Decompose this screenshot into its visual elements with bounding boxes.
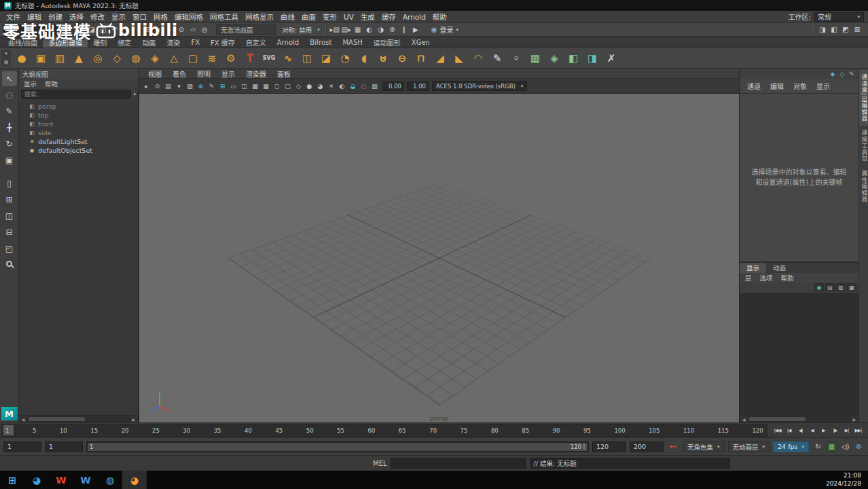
poly-cylinder-icon[interactable]: ▥ <box>51 50 69 67</box>
layer-visibility-icon[interactable]: ◉ <box>814 283 824 291</box>
rotate-tool-icon[interactable]: ↻ <box>2 137 17 151</box>
go-to-end-button[interactable]: ▶▶| <box>853 425 864 436</box>
shelf-tab[interactable]: FX 缓存 <box>205 37 240 48</box>
extrude-icon[interactable]: ◢ <box>431 50 449 67</box>
gamma-field[interactable]: 1.00 <box>407 82 429 91</box>
scroll-right-icon[interactable]: ▶ <box>130 417 138 422</box>
poly-plane-icon[interactable]: ◇ <box>108 50 126 67</box>
snap-to-grid-icon[interactable]: ⊞ <box>141 24 152 35</box>
menu-item[interactable]: 编辑 <box>24 11 45 23</box>
menu-item[interactable]: UV <box>340 11 357 23</box>
poly-helix-icon[interactable]: ≋ <box>203 50 221 67</box>
outliner-item[interactable]: ◧ persp <box>19 102 138 111</box>
symmetry-icon[interactable]: ◨ <box>583 50 601 67</box>
loop-icon[interactable]: ↻ <box>812 441 824 452</box>
anim-layer-dropdown[interactable]: 无动画层 ▾ <box>728 441 770 452</box>
viewport-menu-item[interactable]: 着色 <box>167 69 192 79</box>
open-scene-icon[interactable]: ◪ <box>86 24 97 35</box>
shelf-tab[interactable]: MASH <box>337 37 367 48</box>
poly-sphere-icon[interactable]: ● <box>13 50 31 67</box>
shelf-tab[interactable]: 雕刻 <box>88 37 112 48</box>
scrollbar-thumb[interactable] <box>749 417 806 421</box>
new-scene-icon[interactable]: ▢ <box>75 24 86 35</box>
shelf-tab[interactable]: 曲线/曲面 <box>3 37 43 48</box>
poly-torus-icon[interactable]: ◎ <box>89 50 107 67</box>
menu-item[interactable]: 显示 <box>108 11 129 23</box>
shelf-tab[interactable]: Bifrost <box>304 37 337 48</box>
undo-icon[interactable]: ↶ <box>109 24 120 35</box>
step-back-key-button[interactable]: |◀ <box>784 425 795 436</box>
layout-four-pane-icon[interactable]: ⊞ <box>2 192 17 207</box>
type-tool-icon[interactable]: T <box>241 50 259 67</box>
two-d-pan-zoom-icon[interactable]: ⊕ <box>196 81 206 91</box>
filter-dropdown-icon[interactable]: ▾ <box>133 92 136 97</box>
motion-blur-icon[interactable]: ◌ <box>359 81 369 91</box>
outliner-hscrollbar[interactable]: ◀ ▶ <box>19 415 138 422</box>
bridge-icon[interactable]: ◠ <box>469 50 487 67</box>
layer-editor-tab[interactable]: 显示 <box>740 263 766 273</box>
select-tool-icon[interactable]: ↖ <box>2 71 17 86</box>
taskbar-clock[interactable]: 21:08 2024/12/28 <box>819 471 868 489</box>
lasso-tool-icon[interactable]: ◌ <box>2 88 17 103</box>
shelf-tab[interactable]: 渲染 <box>161 37 185 48</box>
menu-item[interactable]: 缓存 <box>378 11 399 23</box>
field-chart-icon[interactable]: ▦ <box>261 81 271 91</box>
shaded-icon[interactable]: ● <box>304 81 314 91</box>
smooth-icon[interactable]: ◔ <box>336 50 354 67</box>
viewport-menu-item[interactable]: 渲染器 <box>240 69 272 79</box>
interactive-playback-icon[interactable]: ▶ <box>410 24 421 35</box>
step-back-frame-button[interactable]: ◀| <box>795 425 806 436</box>
resolution-gate-icon[interactable]: ◫ <box>239 81 249 91</box>
screen-space-ao-icon[interactable]: ◒ <box>348 81 358 91</box>
poly-pipe-icon[interactable]: ▢ <box>184 50 202 67</box>
redo-icon[interactable]: ↷ <box>121 24 132 35</box>
chrome-browser-icon[interactable]: ◍ <box>98 471 122 489</box>
shelf-tab[interactable]: 运动图形 <box>368 37 406 48</box>
snap-to-curve-icon[interactable]: ∪ <box>153 24 164 35</box>
menu-item[interactable]: 曲面 <box>298 11 319 23</box>
step-forward-key-button[interactable]: ▶| <box>842 425 852 436</box>
channel-box-menu-item[interactable]: 显示 <box>812 81 835 91</box>
layer-editor-menu-item[interactable]: 帮助 <box>777 273 798 283</box>
render-settings-icon[interactable]: ⚙ <box>387 24 398 35</box>
search-input[interactable] <box>21 90 131 99</box>
fps-dropdown[interactable]: 24 fps ▾ <box>773 441 809 452</box>
menu-item[interactable]: 创建 <box>45 11 66 23</box>
poly-gear-icon[interactable]: ⚙ <box>222 50 240 67</box>
poly-platonic-icon[interactable]: ◈ <box>146 50 164 67</box>
character-set-dropdown[interactable]: 无角色集 ▾ <box>683 441 725 452</box>
scroll-left-icon[interactable]: ◀ <box>19 417 27 422</box>
menu-item[interactable]: 帮助 <box>429 11 450 23</box>
xray-icon[interactable]: ▨ <box>369 81 380 91</box>
symmetry-dropdown[interactable]: 对称: 禁用 ▾ <box>279 24 323 35</box>
menu-item[interactable]: 网格显示 <box>242 11 277 23</box>
make-live-icon[interactable]: ◎ <box>199 24 210 35</box>
range-slider-track[interactable]: 1 120 ∥ <box>86 441 589 452</box>
play-forwards-button[interactable]: ▶ <box>818 425 829 436</box>
layer-hscrollbar[interactable]: ◀ ▶ <box>740 415 858 422</box>
combine-icon[interactable]: ◫ <box>298 50 316 67</box>
menu-item[interactable]: 变形 <box>319 11 340 23</box>
boolean-difference-icon[interactable]: ⊖ <box>393 50 411 67</box>
view-transform-dropdown[interactable]: ACES 1.0 SDR-video (sRGB) ▾ <box>432 81 527 91</box>
menu-item[interactable]: 曲线 <box>277 11 298 23</box>
shelf-item-menu-icon[interactable]: ▤ <box>1 58 11 67</box>
bookmarks-icon[interactable]: ▾ <box>174 81 184 91</box>
menu-item[interactable]: 文件 <box>3 11 24 23</box>
exposure-field[interactable]: 0.00 <box>382 82 404 91</box>
menu-item[interactable]: 选择 <box>66 11 87 23</box>
workspace-selector[interactable]: 工作区: 常规 ▾ <box>789 12 865 22</box>
shadows-icon[interactable]: ◐ <box>337 81 347 91</box>
menu-item[interactable]: 编辑网格 <box>171 11 206 23</box>
edge-browser-icon[interactable]: ◕ <box>24 471 49 489</box>
boolean-intersection-icon[interactable]: ⊓ <box>412 50 430 67</box>
scrollbar-track[interactable] <box>27 416 130 422</box>
evaluation-mode-icon[interactable]: ▦ <box>826 441 837 452</box>
poly-disc-icon[interactable]: ◍ <box>127 50 145 67</box>
svg-tool-icon[interactable]: SVG <box>260 50 278 67</box>
menu-item[interactable]: 窗口 <box>129 11 150 23</box>
textured-icon[interactable]: ◕ <box>315 81 325 91</box>
snap-to-point-icon[interactable]: ∙ <box>164 24 175 35</box>
boolean-union-icon[interactable]: ⊍ <box>374 50 392 67</box>
target-weld-icon[interactable]: ◦ <box>507 50 525 67</box>
